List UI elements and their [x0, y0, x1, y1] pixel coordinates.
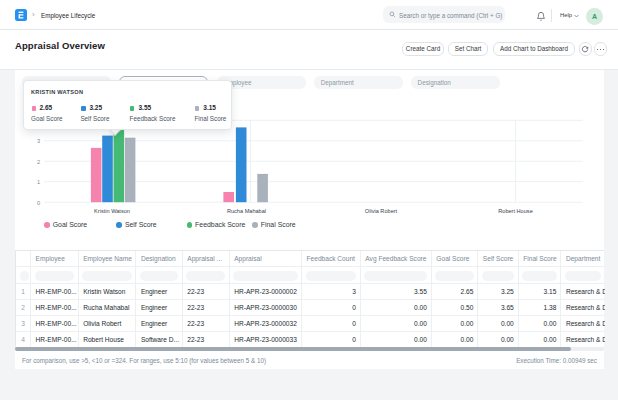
svg-text:Robert House: Robert House: [498, 208, 533, 214]
svg-text:Olivia Robert: Olivia Robert: [365, 208, 398, 214]
svg-text:Kristin Watson: Kristin Watson: [94, 208, 130, 214]
svg-text:Rucha Mahabal: Rucha Mahabal: [227, 208, 266, 214]
svg-text:1: 1: [37, 179, 40, 185]
svg-text:3: 3: [37, 138, 40, 144]
svg-text:0: 0: [37, 200, 40, 206]
svg-text:2: 2: [37, 159, 40, 165]
